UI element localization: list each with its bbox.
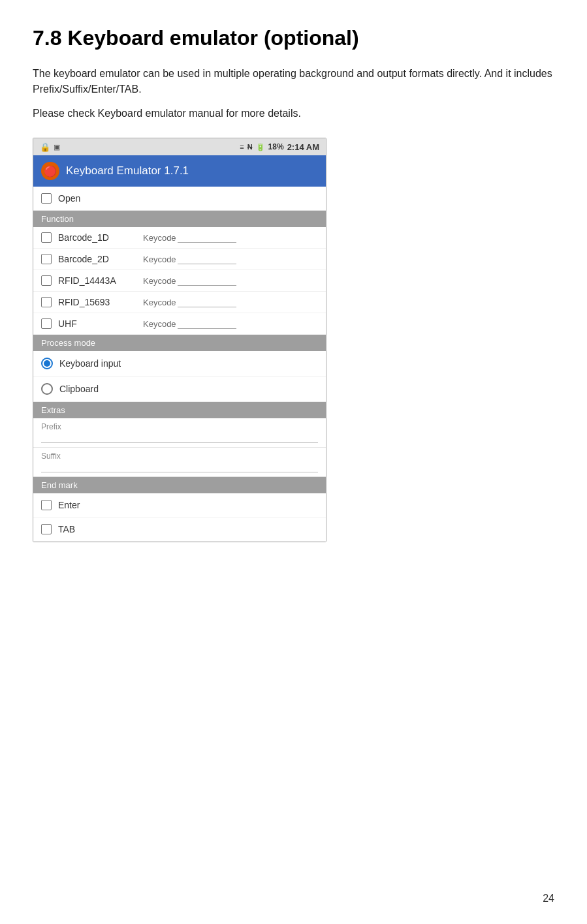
page-content: 7.8 Keyboard emulator (optional) The key… xyxy=(0,0,587,581)
enter-label: Enter xyxy=(58,500,80,510)
barcode1d-checkbox[interactable] xyxy=(41,232,52,243)
open-checkbox[interactable] xyxy=(41,193,52,204)
prefix-input[interactable] xyxy=(41,433,318,443)
uhf-keycode-input[interactable] xyxy=(178,318,236,329)
function-section-header: Function xyxy=(33,211,326,227)
prefix-row: Prefix xyxy=(33,418,326,448)
clipboard-row[interactable]: Clipboard xyxy=(33,377,326,402)
function-row-uhf[interactable]: UHF Keycode xyxy=(33,313,326,335)
page-title: 7.8 Keyboard emulator (optional) xyxy=(33,26,554,50)
keyboard-input-radio[interactable] xyxy=(41,358,53,369)
suffix-label: Suffix xyxy=(41,452,318,461)
barcode2d-keycode-label: Keycode xyxy=(143,254,176,264)
app-header-title: Keyboard Emulator 1.7.1 xyxy=(66,164,189,177)
function-row-barcode1d[interactable]: Barcode_1D Keycode xyxy=(33,227,326,249)
battery-icon: 🔋 xyxy=(256,143,265,151)
no-signal-icon: N xyxy=(247,143,253,151)
barcode1d-keycode-input[interactable] xyxy=(178,232,236,243)
tab-label: TAB xyxy=(58,524,75,534)
barcode1d-keycode-label: Keycode xyxy=(143,233,176,243)
endmark-section-header: End mark xyxy=(33,477,326,493)
keyboard-input-radio-fill xyxy=(44,360,50,367)
page-desc-1: The keyboard emulator can be used in mul… xyxy=(33,66,554,97)
extras-section-header: Extras xyxy=(33,402,326,418)
keyboard-input-row[interactable]: Keyboard input xyxy=(33,351,326,377)
rfid14443a-label: RFID_14443A xyxy=(58,275,136,286)
rfid15693-checkbox[interactable] xyxy=(41,297,52,307)
barcode2d-label: Barcode_2D xyxy=(58,254,136,264)
rfid15693-label: RFID_15693 xyxy=(58,297,136,307)
prefix-label: Prefix xyxy=(41,422,318,431)
open-label: Open xyxy=(58,193,80,204)
uhf-keycode-label: Keycode xyxy=(143,319,176,329)
rfid15693-keycode-label: Keycode xyxy=(143,298,176,307)
barcode1d-label: Barcode_1D xyxy=(58,232,136,243)
page-note: Please check Keyboard emulator manual fo… xyxy=(33,108,554,119)
barcode2d-checkbox[interactable] xyxy=(41,254,52,264)
process-section-header: Process mode xyxy=(33,335,326,351)
function-row-barcode2d[interactable]: Barcode_2D Keycode xyxy=(33,249,326,270)
rfid14443a-keycode-label: Keycode xyxy=(143,276,176,286)
clock: 2:14 AM xyxy=(287,142,319,152)
status-bar-right: ≡ N 🔋 18% 2:14 AM xyxy=(240,142,319,152)
tab-row[interactable]: TAB xyxy=(33,517,326,542)
app-icon-label: 🔴 xyxy=(44,165,57,177)
phone-screenshot: 🔒 ▣ ≡ N 🔋 18% 2:14 AM 🔴 Keyboard Emulato… xyxy=(33,138,326,542)
keyboard-input-label: Keyboard input xyxy=(59,358,121,369)
barcode2d-keycode-input[interactable] xyxy=(178,254,236,264)
tab-checkbox[interactable] xyxy=(41,524,52,534)
clipboard-radio[interactable] xyxy=(41,383,53,395)
status-bar: 🔒 ▣ ≡ N 🔋 18% 2:14 AM xyxy=(33,138,326,155)
enter-checkbox[interactable] xyxy=(41,500,52,510)
sd-icon: ▣ xyxy=(54,143,60,151)
app-header: 🔴 Keyboard Emulator 1.7.1 xyxy=(33,155,326,187)
function-row-rfid14443a[interactable]: RFID_14443A Keycode xyxy=(33,270,326,292)
suffix-input[interactable] xyxy=(41,462,318,472)
status-bar-left: 🔒 ▣ xyxy=(40,142,60,152)
enter-row[interactable]: Enter xyxy=(33,493,326,517)
signal-icon: ≡ xyxy=(240,143,244,151)
lock-icon: 🔒 xyxy=(40,142,50,152)
function-row-rfid15693[interactable]: RFID_15693 Keycode xyxy=(33,292,326,313)
battery-percent: 18% xyxy=(268,142,284,151)
app-icon: 🔴 xyxy=(41,162,59,180)
rfid14443a-keycode-input[interactable] xyxy=(178,275,236,286)
suffix-row: Suffix xyxy=(33,448,326,477)
uhf-label: UHF xyxy=(58,318,136,329)
rfid15693-keycode-input[interactable] xyxy=(178,297,236,307)
uhf-checkbox[interactable] xyxy=(41,318,52,329)
app-body: Open Function Barcode_1D Keycode Barcode… xyxy=(33,187,326,542)
page-number: 24 xyxy=(543,893,554,904)
clipboard-label: Clipboard xyxy=(59,384,99,394)
rfid14443a-checkbox[interactable] xyxy=(41,275,52,286)
open-row[interactable]: Open xyxy=(33,187,326,211)
